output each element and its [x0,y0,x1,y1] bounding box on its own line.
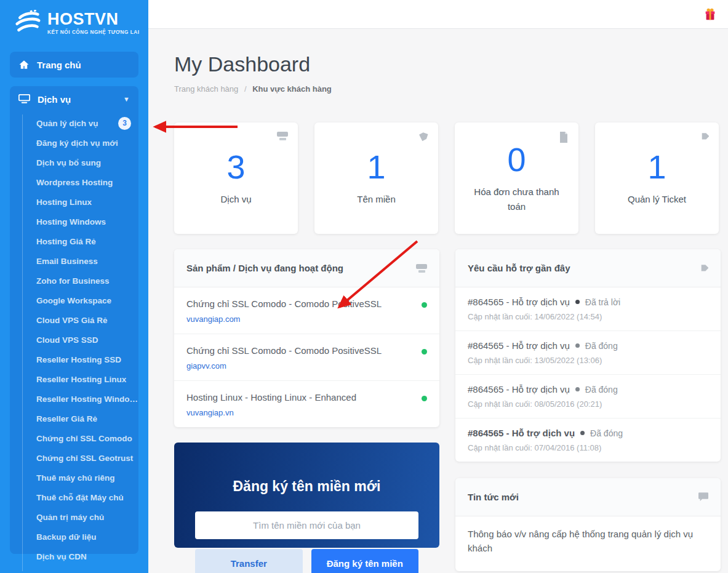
ticket-title: #864565 - Hỗ trợ dịch vụ [468,428,575,438]
sidebar-item-thue-may-chu-rieng[interactable]: Thuê máy chủ riêng [10,468,138,487]
domain-search-input[interactable] [195,511,418,539]
ticket-updated: Cập nhật lần cuối: 14/06/2022 (14:54) [468,312,708,321]
sidebar-home-label: Trang chủ [37,60,81,70]
ticket-row[interactable]: #864565 - Hỗ trợ dịch vụ Đã đóng Cập nhậ… [455,419,721,462]
breadcrumb: Trang khách hàng / Khu vực khách hàng [174,84,721,94]
stats-row: 3 Dịch vụ 1 Tên miền 0 Hóa đơn chưa than… [174,122,721,234]
brand-logo[interactable]: HOSTVN KẾT NỐI CÔNG NGHỆ TƯƠNG LAI [0,0,148,42]
sidebar-item-ssl-geotrust[interactable]: Chứng chỉ SSL Geotrust [10,448,138,468]
ticket-title: #864565 - Hỗ trợ dịch vụ [468,297,570,307]
brand-name: HOSTVN [47,11,140,28]
ticket-status: Đã đóng [585,341,618,351]
dashboard-content: My Dashboard Trang khách hàng / Khu vực … [148,29,728,571]
main-area: My Dashboard Trang khách hàng / Khu vực … [148,0,728,573]
sidebar-item-google-workspace[interactable]: Google Workspace [10,291,138,310]
stat-label: Dịch vụ [184,192,289,207]
sidebar-item-quan-ly-dich-vu[interactable]: Quản lý dịch vụ 3 [10,113,138,133]
sidebar-item-wordpress-hosting[interactable]: Wordpress Hosting [10,172,138,192]
left-column: Sản phẩm / Dịch vụ đang hoạt động Chứng … [174,249,439,548]
transfer-button[interactable]: Transfer [195,549,303,573]
stat-card-unpaid-invoices[interactable]: 0 Hóa đơn chưa thanh toán [455,122,578,234]
submenu-label: Hosting Linux [36,198,92,207]
register-domain-button[interactable]: Đăng ký tên miền [311,549,419,573]
submenu-label: Quản lý dịch vụ [36,119,98,128]
breadcrumb-separator: / [244,84,247,94]
domain-register-panel: Đăng ký tên miền mới Transfer Đăng ký tê… [174,443,439,548]
support-tickets-header: Yêu cầu hỗ trợ gần đây [455,249,721,287]
ticket-row[interactable]: #864565 - Hỗ trợ dịch vụ Đã trả lời Cập … [455,287,721,331]
sidebar-item-ssl-comodo[interactable]: Chứng chỉ SSL Comodo [10,428,138,448]
ticket-status-dot [580,431,585,435]
sidebar-item-reseller-gia-re[interactable]: Reseller Giá Rẻ [10,409,138,428]
sidebar-item-cloud-vps-ssd[interactable]: Cloud VPS SSD [10,330,138,350]
stat-label: Hóa đơn chưa thanh toán [465,185,569,214]
sidebar-item-hosting-windows[interactable]: Hosting Windows [10,212,138,231]
submenu-label: Quản trị máy chủ [36,513,104,522]
submenu-label: Hosting Windows [36,217,106,226]
active-products-panel: Sản phẩm / Dịch vụ đang hoạt động Chứng … [174,249,439,427]
sidebar-item-zoho-for-business[interactable]: Zoho for Business [10,271,138,291]
sidebar-item-reseller-hosting-linux[interactable]: Reseller Hosting Linux [10,369,138,389]
sidebar-item-cloud-vps-gia-re[interactable]: Cloud VPS Giá Rẻ [10,310,138,330]
home-icon [18,59,30,70]
ticket-row[interactable]: #864565 - Hỗ trợ dịch vụ Đã đóng Cập nhậ… [455,331,721,375]
widgets-row: Sản phẩm / Dịch vụ đang hoạt động Chứng … [174,249,721,571]
sidebar-item-dich-vu-cdn[interactable]: Dịch vụ CDN [10,547,138,566]
news-item[interactable]: Thông báo v/v nâng cấp hệ thống trang qu… [455,516,721,571]
product-domain-link[interactable]: giapvv.com [186,361,415,371]
document-icon [559,132,569,143]
stat-value: 3 [226,150,245,183]
active-products-header: Sản phẩm / Dịch vụ đang hoạt động [174,249,439,287]
stat-card-tickets[interactable]: 1 Quản lý Ticket [595,122,719,234]
gift-icon[interactable] [703,7,717,21]
breadcrumb-parent[interactable]: Trang khách hàng [174,84,238,94]
support-tickets-panel: Yêu cầu hỗ trợ gần đây #864565 - Hỗ trợ … [455,249,721,462]
page-title: My Dashboard [174,52,721,76]
news-header: Tin tức mới [455,478,721,516]
product-name: Chứng chỉ SSL Comodo - Comodo PositiveSS… [186,299,415,309]
sidebar-item-quan-tri-may-chu[interactable]: Quản trị máy chủ [10,507,138,527]
ticket-status: Đã đóng [590,428,623,438]
submenu-label: Backup dữ liệu [36,532,97,542]
stat-value: 1 [367,150,385,183]
stat-card-services[interactable]: 3 Dịch vụ [174,122,298,234]
sidebar-item-services[interactable]: Dịch vụ ▼ [10,86,138,112]
status-dot-active [422,349,427,355]
sidebar-item-dich-vu-bo-sung[interactable]: Dịch vụ bổ sung [10,153,138,172]
sidebar-item-backup-du-lieu[interactable]: Backup dữ liệu [10,527,138,547]
sidebar-item-dang-ky-dich-vu-moi[interactable]: Đăng ký dịch vụ mới [10,133,138,153]
sidebar-item-hosting-linux[interactable]: Hosting Linux [10,192,138,212]
sidebar-group-services: Dịch vụ ▼ Quản lý dịch vụ 3 Đăng ký dịch… [10,86,138,554]
product-domain-link[interactable]: vuvangiap.com [186,315,415,324]
ticket-title: #864565 - Hỗ trợ dịch vụ [468,384,570,395]
submenu-label: Reseller Hosting SSD [36,355,121,364]
sidebar-item-hosting-gia-re[interactable]: Hosting Giá Rẻ [10,231,138,251]
hostvn-logo-icon [14,10,42,36]
submenu-label: Thuê máy chủ riêng [36,473,115,483]
ticket-status-dot [575,343,580,348]
product-row[interactable]: Chứng chỉ SSL Comodo - Comodo PositiveSS… [174,334,439,381]
domain-buttons: Transfer Đăng ký tên miền [195,549,418,573]
submenu-label: Chứng chỉ SSL Comodo [36,434,132,443]
submenu-label: Cloud VPS SSD [36,335,98,345]
sidebar-item-reseller-hosting-ssd[interactable]: Reseller Hosting SSD [10,350,138,369]
submenu-label: Dịch vụ bổ sung [36,158,101,167]
panel-title: Sản phẩm / Dịch vụ đang hoạt động [186,263,343,273]
submenu-label: Thuê chỗ đặt Máy chủ [36,493,124,502]
product-name: Hosting Linux - Hosting Linux - Enhanced [186,392,415,403]
product-row[interactable]: Hosting Linux - Hosting Linux - Enhanced… [174,381,439,427]
ticket-updated: Cập nhật lần cuối: 08/05/2016 (20:21) [468,399,708,409]
right-column: Yêu cầu hỗ trợ gần đây #864565 - Hỗ trợ … [455,249,721,571]
product-row[interactable]: Chứng chỉ SSL Comodo - Comodo PositiveSS… [174,287,439,334]
sidebar-item-email-business[interactable]: Email Business [10,251,138,271]
breadcrumb-current: Khu vực khách hàng [252,84,332,94]
sidebar-services-label: Dịch vụ [38,94,71,105]
submenu-label: Zoho for Business [36,276,110,286]
product-domain-link[interactable]: vuvangiap.vn [186,408,415,417]
sidebar-item-thue-cho-dat-may-chu[interactable]: Thuê chỗ đặt Máy chủ [10,487,138,507]
sidebar-item-home[interactable]: Trang chủ [10,52,138,78]
sidebar-item-reseller-hosting-windows[interactable]: Reseller Hosting Windo… [10,389,138,409]
tag-icon [417,132,428,143]
ticket-row[interactable]: #864565 - Hỗ trợ dịch vụ Đã đóng Cập nhậ… [455,375,721,419]
stat-card-domains[interactable]: 1 Tên miền [314,122,438,234]
